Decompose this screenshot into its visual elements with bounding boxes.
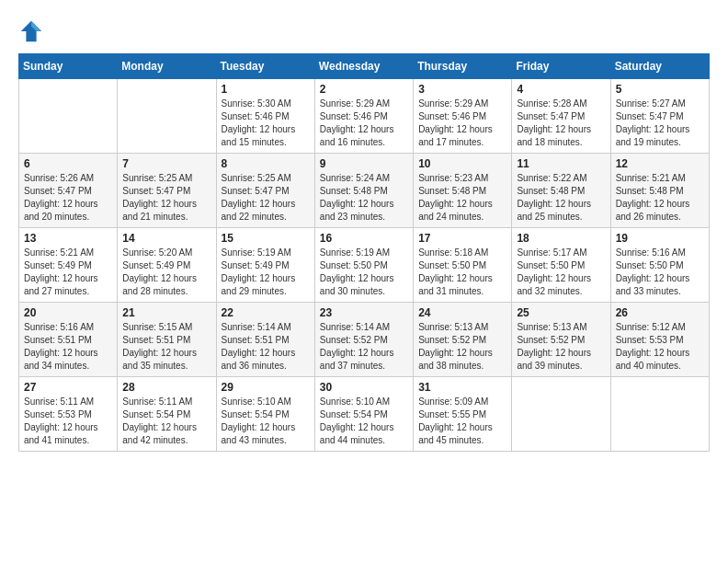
calendar-cell: 24Sunrise: 5:13 AM Sunset: 5:52 PM Dayli… <box>414 303 512 377</box>
day-info: Sunrise: 5:12 AM Sunset: 5:53 PM Dayligh… <box>616 321 704 373</box>
calendar-cell: 12Sunrise: 5:21 AM Sunset: 5:48 PM Dayli… <box>610 154 709 228</box>
calendar-cell: 17Sunrise: 5:18 AM Sunset: 5:50 PM Dayli… <box>414 228 512 303</box>
day-info: Sunrise: 5:26 AM Sunset: 5:47 PM Dayligh… <box>24 172 112 224</box>
calendar-cell: 8Sunrise: 5:25 AM Sunset: 5:47 PM Daylig… <box>216 154 314 228</box>
day-number: 9 <box>320 157 408 170</box>
calendar-cell: 28Sunrise: 5:11 AM Sunset: 5:54 PM Dayli… <box>118 377 216 452</box>
weekday-header-tuesday: Tuesday <box>216 54 314 79</box>
calendar-cell: 3Sunrise: 5:29 AM Sunset: 5:46 PM Daylig… <box>414 79 512 154</box>
calendar-cell: 5Sunrise: 5:27 AM Sunset: 5:47 PM Daylig… <box>610 79 709 154</box>
calendar-cell <box>610 377 709 452</box>
day-info: Sunrise: 5:11 AM Sunset: 5:54 PM Dayligh… <box>122 396 210 447</box>
day-number: 1 <box>222 83 310 96</box>
calendar-cell: 25Sunrise: 5:13 AM Sunset: 5:52 PM Dayli… <box>512 303 610 377</box>
day-number: 19 <box>616 232 704 245</box>
day-info: Sunrise: 5:25 AM Sunset: 5:47 PM Dayligh… <box>122 172 210 224</box>
day-number: 15 <box>222 232 310 245</box>
day-number: 31 <box>418 381 506 394</box>
day-number: 11 <box>517 157 605 170</box>
calendar-cell: 1Sunrise: 5:30 AM Sunset: 5:46 PM Daylig… <box>216 79 314 154</box>
day-info: Sunrise: 5:16 AM Sunset: 5:50 PM Dayligh… <box>616 247 704 298</box>
calendar-cell: 30Sunrise: 5:10 AM Sunset: 5:54 PM Dayli… <box>314 377 413 452</box>
day-info: Sunrise: 5:10 AM Sunset: 5:54 PM Dayligh… <box>222 396 310 447</box>
calendar-week-row: 1Sunrise: 5:30 AM Sunset: 5:46 PM Daylig… <box>19 79 710 154</box>
calendar-cell: 23Sunrise: 5:14 AM Sunset: 5:52 PM Dayli… <box>314 303 413 377</box>
day-info: Sunrise: 5:14 AM Sunset: 5:52 PM Dayligh… <box>320 321 408 373</box>
calendar-cell: 31Sunrise: 5:09 AM Sunset: 5:55 PM Dayli… <box>414 377 512 452</box>
logo <box>18 18 48 44</box>
day-number: 13 <box>24 232 112 245</box>
day-info: Sunrise: 5:27 AM Sunset: 5:47 PM Dayligh… <box>616 98 704 149</box>
day-number: 12 <box>616 157 704 170</box>
day-info: Sunrise: 5:17 AM Sunset: 5:50 PM Dayligh… <box>517 247 605 298</box>
calendar-cell: 13Sunrise: 5:21 AM Sunset: 5:49 PM Dayli… <box>19 228 118 303</box>
calendar-cell: 29Sunrise: 5:10 AM Sunset: 5:54 PM Dayli… <box>216 377 314 452</box>
calendar-cell: 21Sunrise: 5:15 AM Sunset: 5:51 PM Dayli… <box>118 303 216 377</box>
weekday-header-saturday: Saturday <box>610 54 709 79</box>
day-info: Sunrise: 5:11 AM Sunset: 5:53 PM Dayligh… <box>24 396 112 447</box>
day-number: 14 <box>122 232 210 245</box>
day-number: 2 <box>320 83 408 96</box>
day-info: Sunrise: 5:13 AM Sunset: 5:52 PM Dayligh… <box>418 321 506 373</box>
day-number: 18 <box>517 232 605 245</box>
day-number: 6 <box>24 157 112 170</box>
day-info: Sunrise: 5:29 AM Sunset: 5:46 PM Dayligh… <box>320 98 408 149</box>
day-number: 8 <box>222 157 310 170</box>
calendar-cell <box>512 377 610 452</box>
day-info: Sunrise: 5:15 AM Sunset: 5:51 PM Dayligh… <box>122 321 210 373</box>
day-number: 20 <box>24 306 112 319</box>
day-info: Sunrise: 5:10 AM Sunset: 5:54 PM Dayligh… <box>320 396 408 447</box>
day-info: Sunrise: 5:21 AM Sunset: 5:49 PM Dayligh… <box>24 247 112 298</box>
day-info: Sunrise: 5:23 AM Sunset: 5:48 PM Dayligh… <box>418 172 506 224</box>
day-number: 5 <box>616 83 704 96</box>
day-number: 22 <box>222 306 310 319</box>
day-number: 26 <box>616 306 704 319</box>
calendar-cell: 11Sunrise: 5:22 AM Sunset: 5:48 PM Dayli… <box>512 154 610 228</box>
day-number: 29 <box>222 381 310 394</box>
day-info: Sunrise: 5:20 AM Sunset: 5:49 PM Dayligh… <box>122 247 210 298</box>
calendar-cell: 26Sunrise: 5:12 AM Sunset: 5:53 PM Dayli… <box>610 303 709 377</box>
weekday-header-monday: Monday <box>118 54 216 79</box>
day-info: Sunrise: 5:22 AM Sunset: 5:48 PM Dayligh… <box>517 172 605 224</box>
day-info: Sunrise: 5:28 AM Sunset: 5:47 PM Dayligh… <box>517 98 605 149</box>
calendar-week-row: 6Sunrise: 5:26 AM Sunset: 5:47 PM Daylig… <box>19 154 710 228</box>
calendar-cell: 22Sunrise: 5:14 AM Sunset: 5:51 PM Dayli… <box>216 303 314 377</box>
calendar-table: SundayMondayTuesdayWednesdayThursdayFrid… <box>18 53 710 452</box>
day-info: Sunrise: 5:09 AM Sunset: 5:55 PM Dayligh… <box>418 396 506 447</box>
day-number: 27 <box>24 381 112 394</box>
calendar-cell: 2Sunrise: 5:29 AM Sunset: 5:46 PM Daylig… <box>314 79 413 154</box>
weekday-header-sunday: Sunday <box>19 54 118 79</box>
header <box>18 18 710 44</box>
calendar-cell: 18Sunrise: 5:17 AM Sunset: 5:50 PM Dayli… <box>512 228 610 303</box>
calendar-week-row: 27Sunrise: 5:11 AM Sunset: 5:53 PM Dayli… <box>19 377 710 452</box>
day-number: 10 <box>418 157 506 170</box>
calendar-cell: 9Sunrise: 5:24 AM Sunset: 5:48 PM Daylig… <box>314 154 413 228</box>
calendar-cell: 10Sunrise: 5:23 AM Sunset: 5:48 PM Dayli… <box>414 154 512 228</box>
calendar-cell: 7Sunrise: 5:25 AM Sunset: 5:47 PM Daylig… <box>118 154 216 228</box>
day-number: 21 <box>122 306 210 319</box>
calendar-cell <box>118 79 216 154</box>
day-number: 30 <box>320 381 408 394</box>
calendar-cell: 4Sunrise: 5:28 AM Sunset: 5:47 PM Daylig… <box>512 79 610 154</box>
calendar-cell: 14Sunrise: 5:20 AM Sunset: 5:49 PM Dayli… <box>118 228 216 303</box>
calendar-cell <box>19 79 118 154</box>
weekday-header-friday: Friday <box>512 54 610 79</box>
day-number: 28 <box>122 381 210 394</box>
day-info: Sunrise: 5:24 AM Sunset: 5:48 PM Dayligh… <box>320 172 408 224</box>
day-number: 4 <box>517 83 605 96</box>
calendar-cell: 15Sunrise: 5:19 AM Sunset: 5:49 PM Dayli… <box>216 228 314 303</box>
day-number: 23 <box>320 306 408 319</box>
weekday-header-wednesday: Wednesday <box>314 54 413 79</box>
day-info: Sunrise: 5:19 AM Sunset: 5:49 PM Dayligh… <box>222 247 310 298</box>
day-info: Sunrise: 5:16 AM Sunset: 5:51 PM Dayligh… <box>24 321 112 373</box>
day-info: Sunrise: 5:13 AM Sunset: 5:52 PM Dayligh… <box>517 321 605 373</box>
weekday-header-thursday: Thursday <box>414 54 512 79</box>
day-number: 7 <box>122 157 210 170</box>
day-number: 3 <box>418 83 506 96</box>
day-info: Sunrise: 5:21 AM Sunset: 5:48 PM Dayligh… <box>616 172 704 224</box>
day-info: Sunrise: 5:14 AM Sunset: 5:51 PM Dayligh… <box>222 321 310 373</box>
day-info: Sunrise: 5:29 AM Sunset: 5:46 PM Dayligh… <box>418 98 506 149</box>
day-number: 16 <box>320 232 408 245</box>
calendar-cell: 19Sunrise: 5:16 AM Sunset: 5:50 PM Dayli… <box>610 228 709 303</box>
calendar-cell: 16Sunrise: 5:19 AM Sunset: 5:50 PM Dayli… <box>314 228 413 303</box>
